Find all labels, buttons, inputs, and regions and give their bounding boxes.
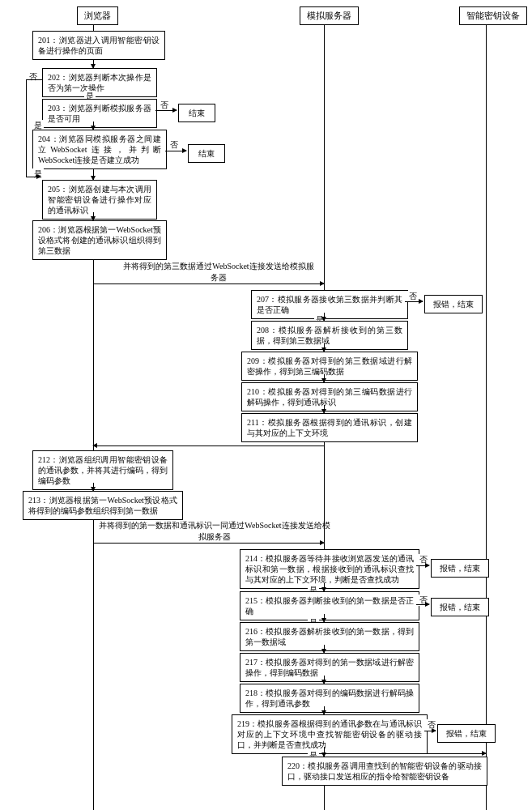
- connector: [93, 483, 94, 491]
- connector: [155, 110, 177, 111]
- connector: [416, 604, 429, 605]
- connector: [324, 343, 325, 352]
- step-213: 213：浏览器根据第一WebSocket预设格式将得到的编码参数组织得到第一数据: [23, 491, 183, 520]
- connector: [405, 301, 423, 302]
- step-212: 212：浏览器组织调用智能密钥设备的通讯参数，并将其进行编码，得到编码参数: [32, 450, 173, 490]
- lifeline-device: [486, 24, 487, 810]
- step-207: 207：模拟服务器接收第三数据并判断其是否正确: [251, 290, 408, 319]
- connector: [324, 313, 325, 321]
- message-arrow-device: [416, 753, 486, 754]
- step-211: 211：模拟服务器根据得到的通讯标识，创建与其对应的上下文环境: [241, 413, 418, 442]
- label-no: 否: [28, 71, 39, 83]
- connector: [324, 405, 325, 413]
- step-219: 219：模拟服务器根据得到的通讯参数在与通讯标识对应的上下文环境中查找智能密钥设…: [232, 714, 428, 754]
- message-arrow-2: [93, 543, 324, 544]
- connector: [324, 614, 325, 622]
- connector: [93, 122, 94, 130]
- step-208: 208：模拟服务器解析接收到的第三数据，得到第三数据域: [251, 321, 408, 350]
- step-215: 215：模拟服务器判断接收到的第一数据是否正确: [240, 591, 419, 620]
- label-no: 否: [159, 100, 170, 111]
- connector: [324, 583, 325, 591]
- connector: [26, 177, 40, 177]
- step-216: 216：模拟服务器解析接收到的第一数据，得到第一数据域: [240, 622, 419, 651]
- step-217: 217：模拟服务器对得到的第一数据域进行解密操作，得到编码数据: [240, 653, 419, 682]
- connector: [93, 212, 94, 220]
- lane-server: 模拟服务器: [300, 6, 359, 25]
- message-arrow-1: [93, 284, 324, 284]
- connector: [424, 731, 436, 731]
- end-box-2: 结束: [188, 144, 225, 163]
- connector: [93, 60, 94, 68]
- err-end-1: 报错，结束: [424, 295, 483, 313]
- connector: [165, 151, 186, 151]
- step-202: 202：浏览器判断本次操作是否为第一次操作: [42, 68, 157, 97]
- step-214: 214：模拟服务器等待并接收浏览器发送的通讯标识和第一数据，根据接收到的通讯标识…: [240, 549, 419, 589]
- connector: [416, 565, 429, 566]
- step-201: 201：浏览器进入调用智能密钥设备进行操作的页面: [32, 31, 165, 60]
- connector: [26, 79, 42, 80]
- connector: [93, 172, 94, 180]
- label-no: 否: [407, 291, 419, 302]
- connector: [324, 676, 325, 684]
- connector: [324, 747, 325, 757]
- connector: [324, 706, 325, 714]
- message-2: 并将得到的第一数据和通讯标识一同通过WebSocket连接发送给模拟服务器: [97, 520, 332, 543]
- return-arrow-1: [93, 446, 324, 446]
- step-204: 204：浏览器同模拟服务器之间建立WebSocket连接，并判断WebSocke…: [32, 130, 167, 169]
- step-206: 206：浏览器根据第一WebSocket预设格式将创建的通讯标识组织得到第三数据: [32, 220, 167, 260]
- connector: [324, 645, 325, 653]
- step-210: 210：模拟服务器对得到的第三编码数据进行解码操作，得到通讯标识: [241, 382, 418, 411]
- err-end-4: 报错，结束: [437, 724, 496, 743]
- step-205: 205：浏览器创建与本次调用智能密钥设备进行操作对应的通讯标识: [42, 180, 157, 220]
- label-no: 否: [168, 139, 180, 151]
- step-209: 209：模拟服务器对得到的第三数据域进行解密操作，得到第三编码数据: [241, 352, 418, 381]
- end-box-1: 结束: [178, 104, 215, 122]
- lane-browser: 浏览器: [77, 6, 118, 25]
- step-220: 220：模拟服务器调用查找到的智能密钥设备的驱动接口，驱动接口发送相应的指令给智…: [282, 757, 487, 786]
- sequence-diagram: 浏览器 模拟服务器 智能密钥设备 201：浏览器进入调用智能密钥设备进行操作的页…: [0, 0, 532, 810]
- step-203: 203：浏览器判断模拟服务器是否可用: [42, 99, 157, 128]
- err-end-3: 报错，结束: [431, 598, 489, 616]
- connector: [324, 374, 325, 382]
- err-end-2: 报错，结束: [431, 559, 489, 578]
- step-218: 218：模拟服务器对得到的编码数据进行解码操作，得到通讯参数: [240, 684, 419, 713]
- message-1: 并将得到的第三数据通过WebSocket连接发送给模拟服务器: [121, 261, 316, 284]
- lane-device: 智能密钥设备: [459, 6, 527, 25]
- connector: [26, 79, 27, 177]
